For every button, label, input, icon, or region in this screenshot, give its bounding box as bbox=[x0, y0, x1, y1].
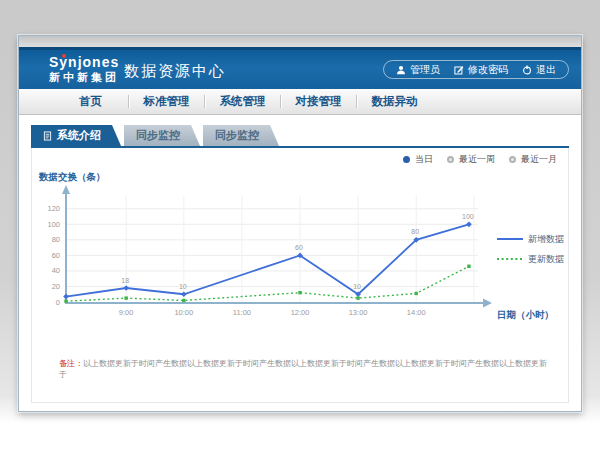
nav-item-standard-mgmt[interactable]: 标准管理 bbox=[129, 89, 204, 114]
tab-label: 系统介绍 bbox=[57, 125, 101, 146]
power-icon bbox=[522, 65, 532, 75]
current-user-button[interactable]: 管理员 bbox=[396, 63, 440, 77]
chart-range-filters: 当日 最近一周 最近一月 bbox=[403, 153, 557, 166]
app-window: Synjones 新中新集团 数据资源中心 管理员 修改密码 bbox=[18, 35, 582, 412]
data-point bbox=[64, 300, 67, 303]
edit-icon bbox=[454, 65, 464, 75]
tab-system-intro[interactable]: 系统介绍 bbox=[31, 125, 121, 146]
tab-sync-monitor-2[interactable]: 同步监控 bbox=[203, 125, 279, 146]
y-tick-label: 100 bbox=[47, 220, 60, 229]
logo-subtitle: 新中新集团 bbox=[49, 70, 119, 84]
x-axis-arrow-icon bbox=[483, 299, 492, 308]
user-icon bbox=[396, 65, 406, 75]
app-header: Synjones 新中新集团 数据资源中心 管理员 修改密码 bbox=[19, 47, 581, 89]
window-top-strip bbox=[19, 36, 581, 47]
chart-filter-last-month[interactable]: 最近一月 bbox=[509, 153, 557, 166]
change-password-label: 修改密码 bbox=[468, 63, 508, 77]
data-point bbox=[182, 299, 185, 302]
data-point bbox=[356, 296, 359, 299]
nav-item-data-change[interactable]: 数据异动 bbox=[357, 89, 432, 114]
data-point-label: 60 bbox=[295, 244, 303, 251]
data-point bbox=[63, 294, 69, 300]
y-tick-label: 120 bbox=[47, 204, 60, 213]
logo-red-dot-icon bbox=[62, 54, 66, 58]
tab-label: 同步监控 bbox=[136, 125, 180, 146]
user-label: 管理员 bbox=[410, 63, 440, 77]
data-point-label: 80 bbox=[411, 228, 419, 235]
main-nav: 首页 标准管理 系统管理 对接管理 数据异动 bbox=[19, 89, 581, 115]
data-point-label: 10 bbox=[179, 283, 187, 290]
radio-icon bbox=[509, 156, 516, 163]
x-tick-label: 9:00 bbox=[119, 308, 134, 317]
nav-item-system-mgmt[interactable]: 系统管理 bbox=[205, 89, 280, 114]
data-point bbox=[466, 221, 472, 227]
nav-item-home[interactable]: 首页 bbox=[53, 89, 128, 114]
chart-filter-today[interactable]: 当日 bbox=[403, 153, 433, 166]
user-toolbar: 管理员 修改密码 退出 bbox=[383, 60, 569, 79]
change-password-button[interactable]: 修改密码 bbox=[454, 63, 508, 77]
footer-note: 备注：以上数据更新于时间产生数据以上数据更新于时间产生数据以上数据更新于时间产生… bbox=[59, 358, 551, 380]
x-tick-label: 10:00 bbox=[174, 308, 193, 317]
tab-label: 同步监控 bbox=[215, 125, 259, 146]
x-tick-label: 11:00 bbox=[233, 308, 251, 317]
data-point-label: 100 bbox=[462, 213, 474, 220]
filter-label: 当日 bbox=[415, 153, 433, 166]
exchange-line-chart: 0204060801001209:0010:0011:0012:0013:001… bbox=[33, 166, 569, 358]
y-tick-label: 60 bbox=[52, 251, 60, 260]
nav-item-interface-mgmt[interactable]: 对接管理 bbox=[281, 89, 356, 114]
y-tick-label: 0 bbox=[56, 298, 60, 307]
data-point bbox=[415, 292, 418, 295]
data-point bbox=[181, 291, 187, 297]
radio-icon bbox=[403, 156, 410, 163]
logo-text: Synjones bbox=[49, 55, 119, 70]
x-tick-label: 12:00 bbox=[291, 308, 310, 317]
filter-label: 最近一月 bbox=[521, 153, 557, 166]
y-tick-label: 20 bbox=[52, 282, 60, 291]
data-point bbox=[298, 291, 301, 294]
company-logo: Synjones 新中新集团 bbox=[49, 55, 119, 84]
data-point-label: 18 bbox=[121, 277, 129, 284]
document-icon bbox=[43, 131, 52, 141]
data-point bbox=[124, 296, 127, 299]
logout-label: 退出 bbox=[536, 63, 556, 77]
legend-label: 新增数据 bbox=[528, 234, 564, 244]
line-chart-svg: 0204060801001209:0010:0011:0012:0013:001… bbox=[33, 166, 569, 358]
radio-icon bbox=[447, 156, 454, 163]
x-axis-title: 日期（小时） bbox=[497, 309, 554, 321]
note-text: 以上数据更新于时间产生数据以上数据更新于时间产生数据以上数据更新于时间产生数据以… bbox=[59, 359, 547, 379]
note-prefix: 备注： bbox=[59, 359, 83, 368]
data-point-label: 10 bbox=[353, 283, 361, 290]
x-tick-label: 13:00 bbox=[349, 308, 368, 317]
data-point bbox=[467, 265, 470, 268]
chart-filter-last-week[interactable]: 最近一周 bbox=[447, 153, 495, 166]
y-tick-label: 80 bbox=[52, 235, 60, 244]
page-title: 数据资源中心 bbox=[124, 62, 226, 81]
filter-label: 最近一周 bbox=[459, 153, 495, 166]
y-axis-arrow-icon bbox=[62, 185, 70, 194]
tab-bar: 系统介绍 同步监控 同步监控 bbox=[31, 125, 282, 146]
legend-label: 更新数据 bbox=[528, 254, 564, 264]
logout-button[interactable]: 退出 bbox=[522, 63, 556, 77]
tab-sync-monitor-1[interactable]: 同步监控 bbox=[124, 125, 200, 146]
x-tick-label: 14:00 bbox=[407, 308, 426, 317]
y-tick-label: 40 bbox=[52, 266, 60, 275]
y-axis-title: 数据交换（条） bbox=[38, 171, 106, 183]
